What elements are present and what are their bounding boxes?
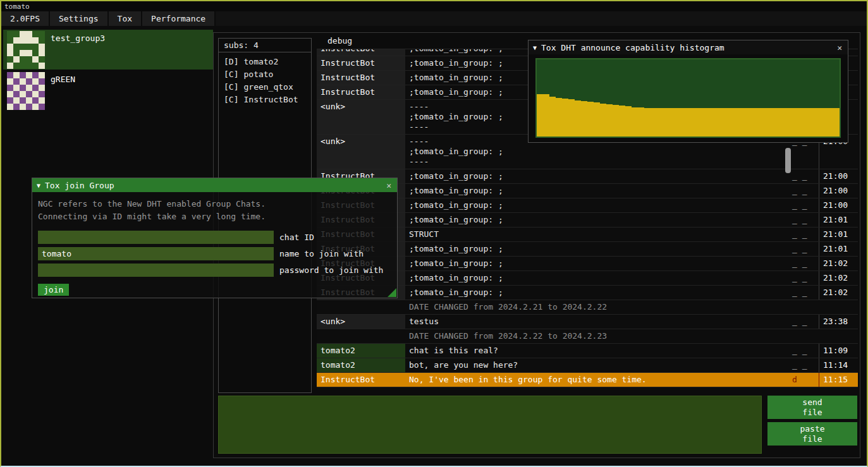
message-time: 21:01 <box>819 213 858 227</box>
message-time: 21:02 <box>819 286 858 300</box>
message-sender: InstructBot <box>317 373 405 387</box>
histogram-bar <box>594 102 600 136</box>
histogram-bar <box>795 108 802 136</box>
member-instructbot[interactable]: [C]InstructBot <box>224 94 306 106</box>
message-time: 23:38 <box>819 315 858 329</box>
message-flags: _ _ <box>786 315 819 329</box>
collapse-arrow-icon[interactable]: ▼ <box>533 44 537 51</box>
window-titlebar[interactable]: tomato <box>1 1 867 11</box>
chat-message-row[interactable]: <unk>testus_ _23:38 <box>317 315 858 329</box>
message-flags: _ _ <box>786 198 819 212</box>
message-text: ;tomato_in_group: ; <box>405 242 786 256</box>
message-sender: <unk> <box>317 135 405 169</box>
message-time: 21:00 <box>819 184 858 198</box>
window-title: tomato <box>4 3 30 11</box>
message-text: ;tomato_in_group: ; <box>405 271 786 285</box>
paste-file-button[interactable]: paste file <box>767 422 857 446</box>
join-info-line-2: Connecting via ID might take a very long… <box>38 210 391 223</box>
message-time: 21:02 <box>819 271 858 285</box>
fps-counter: 2.0FPS <box>1 11 50 26</box>
app-window: tomato 2.0FPS Settings Tox Performance t… <box>0 0 868 467</box>
histogram-bar <box>695 108 701 136</box>
resize-grip-icon[interactable] <box>388 288 396 297</box>
join-button[interactable]: join <box>38 284 69 296</box>
send-file-button[interactable]: send file <box>767 396 857 419</box>
member-tomato2[interactable]: [D]tomato2 <box>224 56 306 68</box>
histogram-bar <box>600 104 606 136</box>
sidebar-group-test-group3[interactable]: test_group3 <box>3 30 213 70</box>
member-tag: [C] <box>224 70 238 79</box>
histogram-bar <box>776 108 783 136</box>
histogram-bar <box>751 108 757 136</box>
chat-message-row[interactable]: tomato2bot, are you new here?_ _11:14 <box>317 358 858 373</box>
histogram-bar <box>814 108 821 136</box>
join-info-line-1: NGC refers to the New DHT enabled Group … <box>38 198 391 210</box>
message-time: 21:01 <box>819 242 858 256</box>
group-name: gREEN <box>51 72 75 111</box>
histogram-titlebar[interactable]: ▼ Tox DHT announce capability histogram … <box>529 40 848 54</box>
message-flags: _ _ <box>786 286 819 300</box>
histogram-bar <box>575 100 581 136</box>
chat-message-row[interactable]: InstructBot;tomato_in_group: ;_ _21:01 <box>317 213 858 227</box>
message-flags: _ _ <box>786 213 819 227</box>
histogram-bar <box>720 108 726 136</box>
histogram-title: Tox DHT announce capability histogram <box>541 43 831 52</box>
message-flags: _ _ <box>786 257 819 270</box>
histogram-bar <box>537 94 543 136</box>
tab-debug[interactable]: debug <box>317 33 358 45</box>
member-tag: [D] <box>224 57 238 66</box>
member-potato[interactable]: [C]potato <box>224 68 306 81</box>
chat-message-row[interactable]: InstructBot;tomato_in_group: ;_ _21:02 <box>317 286 858 300</box>
menu-settings[interactable]: Settings <box>50 11 109 26</box>
histogram-bar <box>833 108 840 136</box>
chat-id-input[interactable] <box>38 231 274 244</box>
sidebar-group-green[interactable]: gREEN <box>3 71 213 111</box>
collapse-arrow-icon[interactable]: ▼ <box>37 182 40 189</box>
join-name-input[interactable] <box>38 247 274 260</box>
join-password-input[interactable] <box>38 264 274 277</box>
message-text: testus <box>405 315 786 329</box>
chat-message-row[interactable]: InstructBot;tomato_in_group: ;_ _21:00 <box>317 184 858 198</box>
join-titlebar[interactable]: ▼ Tox join Group ✕ <box>32 178 397 192</box>
group-avatar <box>7 31 45 69</box>
histogram-bar <box>701 108 707 136</box>
histogram-bar <box>733 108 739 136</box>
message-input[interactable] <box>218 396 762 454</box>
chat-scrollbar-thumb[interactable] <box>785 148 791 173</box>
histogram-bar <box>745 108 751 136</box>
menu-tox[interactable]: Tox <box>109 11 142 26</box>
chat-message-row[interactable]: InstructBot;tomato_in_group: ;_ _21:00 <box>317 198 858 213</box>
message-sender: InstructBot <box>317 85 405 99</box>
chat-message-row[interactable]: InstructBot;tomato_in_group: ;_ _21:02 <box>317 257 858 271</box>
message-sender: InstructBot <box>317 56 405 70</box>
histogram-bar <box>625 106 632 136</box>
message-text: bot, are you new here? <box>405 358 786 372</box>
histogram-bar <box>726 108 733 136</box>
chat-message-row[interactable]: InstructBotSTRUCT_ _21:01 <box>317 227 858 242</box>
menu-performance[interactable]: Performance <box>142 11 216 26</box>
member-tag: [C] <box>224 82 238 92</box>
message-flags: _ _ <box>786 184 819 198</box>
histogram-bar <box>638 107 644 136</box>
close-icon[interactable]: ✕ <box>836 43 843 52</box>
histogram-bar <box>619 106 625 136</box>
member-green-qtox[interactable]: [C]green_qtox <box>224 81 306 94</box>
date-separator: DATE CHANGED from 2024.2.22 to 2024.2.23 <box>317 329 858 344</box>
chat-message-row[interactable]: InstructBot;tomato_in_group: ;_ _21:00 <box>317 169 858 184</box>
histogram-bar <box>669 108 676 136</box>
message-sender: <unk> <box>317 100 405 134</box>
chat-id-label: chat ID <box>279 233 314 242</box>
chat-message-row[interactable]: InstructBot;tomato_in_group: ;_ _21:02 <box>317 271 858 286</box>
histogram-bar <box>568 99 575 136</box>
join-body: NGC refers to the New DHT enabled Group … <box>32 192 397 296</box>
message-sender: <unk> <box>317 315 405 329</box>
chat-message-row[interactable]: InstructBotNo, I've been in this group f… <box>317 373 858 387</box>
message-sender: InstructBot <box>317 49 405 56</box>
chat-message-row[interactable]: InstructBot;tomato_in_group: ;_ _21:01 <box>317 242 858 257</box>
message-time: 11:14 <box>819 358 858 372</box>
message-flags: _ _ <box>786 242 819 256</box>
chat-message-row[interactable]: tomato2chat is this real?_ _11:09 <box>317 344 858 358</box>
histogram-bar <box>808 108 814 136</box>
field-join-password: password to join with <box>38 264 391 277</box>
close-icon[interactable]: ✕ <box>385 181 393 190</box>
